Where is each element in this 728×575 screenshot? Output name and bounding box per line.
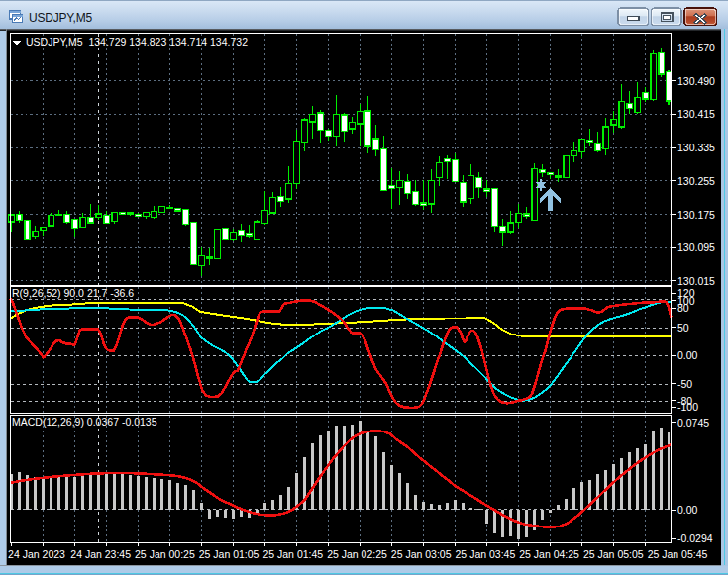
svg-text:25 Jan 04:25: 25 Jan 04:25 (519, 548, 579, 560)
svg-text:-50: -50 (677, 378, 692, 390)
svg-text:24 Jan 23:45: 24 Jan 23:45 (70, 548, 131, 560)
svg-text:25 Jan 05:45: 25 Jan 05:45 (648, 548, 708, 560)
svg-text:130.095: 130.095 (677, 241, 715, 253)
svg-text:0.00: 0.00 (677, 349, 698, 361)
svg-text:MACD(12,26,9) 0.0367 -0.0135: MACD(12,26,9) 0.0367 -0.0135 (12, 416, 157, 428)
svg-text:-100: -100 (677, 401, 698, 413)
svg-text:80: 80 (677, 302, 689, 314)
svg-text:0.0745: 0.0745 (677, 417, 709, 429)
svg-text:-0.0294: -0.0294 (677, 532, 713, 544)
svg-text:50: 50 (677, 322, 689, 334)
svg-text:25 Jan 03:45: 25 Jan 03:45 (456, 548, 516, 560)
svg-text:130.490: 130.490 (677, 75, 715, 87)
svg-text:24 Jan 2023: 24 Jan 2023 (8, 548, 65, 560)
svg-text:USDJPY,M5 134.729 134.823 134: USDJPY,M5 134.729 134.823 134.714 134.73… (26, 36, 248, 48)
svg-text:130.415: 130.415 (677, 108, 715, 120)
svg-text:R(9,26,52) 90.0 21.7 -36.6: R(9,26,52) 90.0 21.7 -36.6 (12, 287, 134, 299)
svg-text:130.175: 130.175 (677, 209, 715, 221)
svg-text:25 Jan 00:25: 25 Jan 00:25 (135, 548, 195, 560)
svg-text:130.570: 130.570 (677, 42, 715, 53)
svg-text:25 Jan 05:05: 25 Jan 05:05 (583, 548, 644, 560)
svg-text:25 Jan 02:25: 25 Jan 02:25 (327, 548, 387, 560)
svg-text:130.255: 130.255 (677, 175, 715, 187)
svg-text:130.335: 130.335 (677, 142, 715, 153)
svg-text:25 Jan 01:05: 25 Jan 01:05 (199, 548, 260, 560)
svg-text:25 Jan 03:05: 25 Jan 03:05 (391, 548, 452, 560)
svg-text:0.00: 0.00 (677, 504, 698, 516)
svg-text:USDJPY,M5: USDJPY,M5 (29, 11, 93, 25)
svg-text:25 Jan 01:45: 25 Jan 01:45 (262, 548, 323, 560)
svg-text:130.015: 130.015 (677, 275, 715, 287)
